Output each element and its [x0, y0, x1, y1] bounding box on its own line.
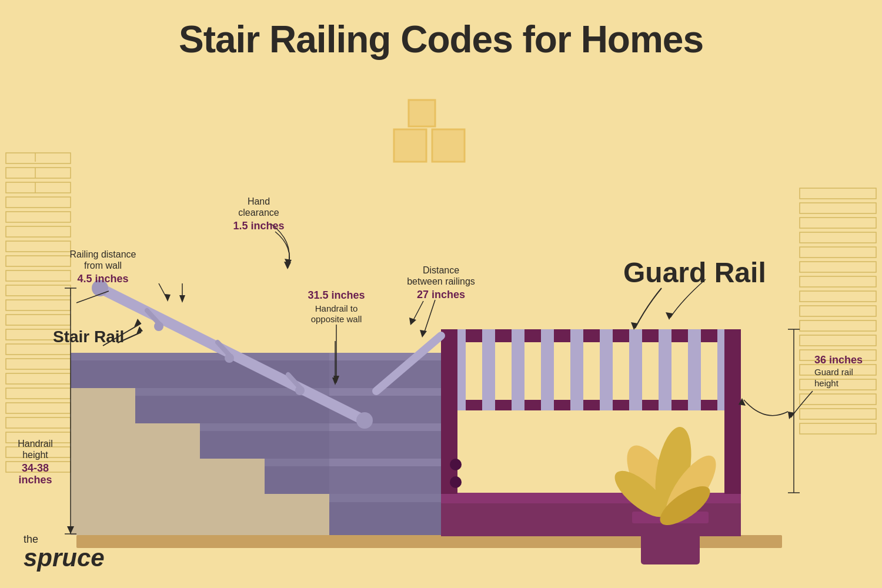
svg-rect-67: [629, 329, 642, 410]
svg-rect-10: [6, 300, 71, 310]
svg-text:1.5 inches: 1.5 inches: [233, 220, 284, 232]
svg-rect-9: [6, 285, 71, 296]
svg-rect-17: [6, 403, 71, 413]
svg-rect-11: [6, 315, 71, 325]
svg-rect-28: [800, 232, 876, 243]
svg-text:36 inches: 36 inches: [814, 354, 863, 366]
svg-marker-94: [420, 330, 427, 338]
svg-rect-1: [6, 168, 71, 178]
svg-rect-26: [800, 203, 876, 213]
svg-rect-3: [6, 197, 71, 208]
svg-text:Railing distance: Railing distance: [70, 249, 136, 259]
svg-point-84: [295, 386, 305, 395]
svg-line-87: [76, 291, 109, 303]
svg-rect-65: [570, 329, 583, 410]
svg-marker-118: [165, 294, 171, 302]
svg-rect-6: [6, 241, 71, 252]
svg-rect-8: [6, 270, 71, 281]
svg-rect-15: [6, 373, 71, 384]
svg-text:Hand: Hand: [248, 196, 270, 206]
svg-rect-30: [800, 262, 876, 272]
svg-marker-134: [631, 322, 638, 330]
svg-rect-40: [800, 409, 876, 419]
svg-text:34-38: 34-38: [22, 462, 49, 474]
svg-text:opposite wall: opposite wall: [311, 314, 362, 324]
svg-rect-16: [6, 388, 71, 399]
svg-rect-63: [512, 329, 524, 410]
svg-rect-18: [6, 417, 71, 428]
svg-rect-68: [659, 329, 671, 410]
spruce-logo: the spruce: [24, 533, 105, 570]
spruce-logo-name: spruce: [24, 546, 105, 570]
svg-point-82: [225, 353, 234, 363]
svg-text:Handrail to: Handrail to: [315, 303, 358, 313]
svg-rect-62: [482, 329, 495, 410]
svg-text:27 inches: 27 inches: [417, 289, 465, 300]
svg-text:Stair Rail: Stair Rail: [53, 328, 124, 346]
svg-point-80: [154, 322, 163, 331]
svg-rect-27: [800, 218, 876, 228]
svg-rect-25: [800, 188, 876, 199]
svg-rect-69: [688, 329, 701, 410]
svg-point-78: [356, 412, 373, 429]
svg-rect-33: [800, 306, 876, 316]
svg-rect-0: [6, 153, 71, 163]
svg-marker-122: [284, 262, 291, 269]
svg-rect-31: [800, 276, 876, 287]
svg-rect-7: [6, 256, 71, 266]
svg-rect-43: [432, 129, 465, 162]
svg-rect-32: [800, 291, 876, 302]
svg-rect-72: [724, 329, 741, 494]
svg-text:from wall: from wall: [84, 260, 122, 270]
svg-rect-39: [800, 394, 876, 405]
svg-text:Distance: Distance: [423, 265, 459, 275]
svg-point-73: [450, 459, 462, 470]
svg-rect-42: [394, 129, 426, 162]
svg-marker-89: [179, 295, 185, 303]
svg-rect-35: [800, 335, 876, 346]
svg-text:Guard rail: Guard rail: [814, 367, 853, 377]
svg-text:inches: inches: [18, 474, 52, 486]
svg-marker-132: [409, 318, 416, 325]
svg-rect-41: [800, 423, 876, 434]
svg-rect-4: [6, 212, 71, 222]
svg-text:height: height: [814, 378, 839, 388]
diagram-area: Stair Rail Railing distance from wall 4.…: [0, 71, 882, 588]
svg-text:31.5 inches: 31.5 inches: [308, 289, 365, 301]
svg-point-74: [450, 476, 462, 488]
svg-rect-5: [6, 226, 71, 237]
svg-rect-2: [6, 182, 71, 193]
svg-text:Handrail: Handrail: [18, 439, 53, 449]
diagram-svg: Stair Rail Railing distance from wall 4.…: [0, 71, 882, 588]
svg-rect-14: [6, 359, 71, 369]
svg-rect-44: [409, 100, 435, 126]
svg-text:Guard Rail: Guard Rail: [623, 257, 766, 288]
svg-line-93: [423, 300, 435, 335]
svg-text:clearance: clearance: [238, 208, 279, 218]
svg-rect-66: [600, 329, 613, 410]
svg-rect-64: [541, 329, 554, 410]
svg-rect-29: [800, 247, 876, 258]
svg-text:between railings: between railings: [407, 276, 475, 286]
svg-text:4.5 inches: 4.5 inches: [77, 273, 128, 285]
svg-text:height: height: [22, 450, 48, 460]
page-title: Stair Railing Codes for Homes: [0, 0, 882, 61]
svg-rect-34: [800, 320, 876, 331]
